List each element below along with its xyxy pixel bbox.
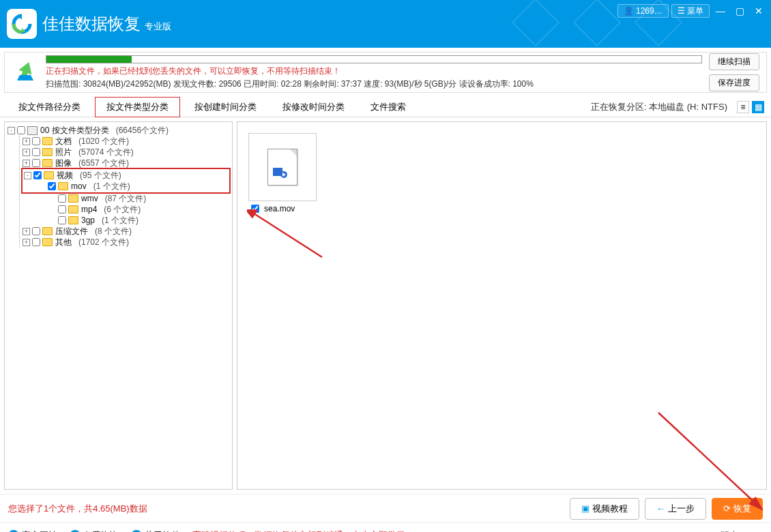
free-consult-link[interactable]: ●免费咨询 (70, 529, 119, 533)
recover-button[interactable]: ⟳恢复 (712, 498, 763, 520)
tree-checkbox[interactable] (58, 205, 66, 213)
menu-icon: ☰ (678, 6, 685, 16)
tree-checkbox[interactable] (32, 227, 40, 235)
app-logo: 佳佳数据恢复 专业版 (7, 9, 171, 39)
arrow-annotation (247, 209, 329, 264)
tab-by-type[interactable]: 按文件类型分类 (95, 97, 180, 117)
tree-node-mp4[interactable]: mp4 (6 个文件) (48, 204, 229, 215)
titlebar: 佳佳数据恢复 专业版 👤 1269… ☰ 菜单 — ▢ ✕ (0, 0, 771, 48)
globe-icon: ● (8, 530, 19, 533)
version-label: 版本: 7.3.7 (721, 529, 763, 533)
expand-icon[interactable]: + (23, 149, 30, 156)
video-file-icon (267, 149, 297, 186)
expand-icon[interactable]: + (23, 160, 30, 167)
app-edition: 专业版 (145, 20, 171, 33)
user-icon: 👤 (624, 6, 634, 16)
tree-node-video[interactable]: - 视频 (95 个文件) (24, 170, 228, 181)
tree-checkbox[interactable] (33, 171, 42, 179)
recycle-icon (12, 59, 39, 86)
tree-checkbox[interactable] (32, 137, 40, 145)
tree-checkbox[interactable] (48, 182, 56, 190)
file-pane[interactable]: sea.mov (237, 121, 767, 490)
scan-progress (46, 55, 702, 63)
expand-icon[interactable]: + (23, 228, 30, 235)
tree-node-zip[interactable]: + 压缩文件 (8 个文件) (23, 226, 229, 237)
tree-node-other[interactable]: + 其他 (1702 个文件) (23, 237, 229, 248)
footer: ●官方网站 ●免费咨询 ●关于软件 高清视频教程，数据恢复从入门到精通，点击立即… (0, 522, 771, 532)
video-tutorial-button[interactable]: ▣视频教程 (570, 498, 639, 520)
menu-button[interactable]: ☰ 菜单 (671, 4, 710, 18)
grid-view-toggle[interactable]: ▦ (752, 101, 764, 113)
folder-icon (44, 171, 54, 179)
collapse-icon[interactable]: - (8, 127, 15, 134)
expand-icon[interactable]: + (23, 239, 30, 246)
video-icon: ▣ (581, 503, 590, 514)
folder-icon (58, 182, 68, 190)
tab-by-modified[interactable]: 按修改时间分类 (271, 97, 356, 117)
folder-icon (42, 238, 53, 246)
tree-node-3gp[interactable]: 3gp (1 个文件) (48, 215, 229, 226)
tree-node-doc[interactable]: + 文档 (1020 个文件) (23, 136, 229, 147)
refresh-icon: ⟳ (723, 503, 731, 514)
arrow-left-icon: ← (656, 503, 665, 514)
tree-checkbox[interactable] (32, 238, 40, 246)
file-checkbox[interactable] (251, 205, 259, 213)
scan-message: 正在扫描文件，如果已经找到您丢失的文件，可以立即恢复，不用等待扫描结束！ (46, 65, 702, 77)
info-icon: ● (131, 530, 142, 533)
drive-icon (27, 126, 38, 135)
logo-icon (7, 9, 37, 39)
tree-checkbox[interactable] (58, 194, 66, 203)
selection-summary: 您选择了1个文件，共4.65(MB)数据 (8, 503, 147, 515)
maximize-button[interactable]: ▢ (731, 4, 748, 18)
tab-search[interactable]: 文件搜索 (359, 97, 418, 117)
collapse-icon[interactable]: - (24, 172, 31, 179)
category-tabs: 按文件路径分类 按文件类型分类 按创建时间分类 按修改时间分类 文件搜索 正在恢… (0, 97, 771, 117)
continue-scan-button[interactable]: 继续扫描 (709, 53, 759, 70)
tree-checkbox[interactable] (17, 126, 25, 134)
folder-icon (68, 216, 78, 224)
folder-icon (42, 137, 53, 145)
chat-icon: ● (70, 530, 81, 533)
tree-root[interactable]: - 00 按文件类型分类 (66456个文件) (8, 125, 229, 136)
folder-icon (42, 227, 53, 235)
tree-node-mov[interactable]: mov (1 个文件) (38, 181, 228, 192)
prev-button[interactable]: ←上一步 (645, 498, 706, 520)
file-item[interactable]: sea.mov (248, 133, 323, 213)
tree-node-image[interactable]: + 图像 (6557 个文件) (23, 158, 229, 168)
tree-checkbox[interactable] (32, 148, 40, 156)
close-button[interactable]: ✕ (751, 4, 767, 18)
svg-line-2 (254, 213, 322, 257)
folder-icon (68, 205, 78, 213)
tree-checkbox[interactable] (58, 216, 66, 224)
about-link[interactable]: ●关于软件 (131, 529, 180, 533)
folder-icon (68, 194, 78, 203)
expand-icon[interactable]: + (23, 138, 30, 145)
partition-label: 正在恢复分区: 本地磁盘 (H: NTFS) (591, 101, 727, 113)
user-button[interactable]: 👤 1269… (617, 4, 669, 18)
official-site-link[interactable]: ●官方网站 (8, 529, 57, 533)
file-thumbnail (248, 133, 317, 201)
tree-node-wmv[interactable]: wmv (87 个文件) (48, 193, 229, 204)
tree-pane[interactable]: - 00 按文件类型分类 (66456个文件) + 文档 (1020 个文件) … (4, 121, 233, 490)
action-bar: 您选择了1个文件，共4.65(MB)数据 ▣视频教程 ←上一步 ⟳恢复 (0, 494, 771, 522)
app-title: 佳佳数据恢复 (42, 13, 141, 35)
tab-by-path[interactable]: 按文件路径分类 (7, 97, 92, 117)
promo-link[interactable]: 高清视频教程，数据恢复从入门到精通，点击立即学习！ (192, 529, 414, 533)
tab-by-created[interactable]: 按创建时间分类 (183, 97, 268, 117)
tree-checkbox[interactable] (32, 159, 40, 167)
minimize-button[interactable]: — (712, 4, 729, 18)
folder-icon (42, 148, 53, 156)
scan-stats: 扫描范围: 30824(MB)/242952(MB) 发现文件数: 29506 … (46, 78, 702, 90)
file-name: sea.mov (264, 204, 295, 213)
save-progress-button[interactable]: 保存进度 (709, 74, 759, 91)
tree-node-photo[interactable]: + 照片 (57074 个文件) (23, 147, 229, 158)
scan-status-bar: 正在扫描文件，如果已经找到您丢失的文件，可以立即恢复，不用等待扫描结束！ 扫描范… (4, 52, 767, 93)
list-view-toggle[interactable]: ≡ (737, 101, 749, 113)
folder-icon (42, 159, 53, 167)
